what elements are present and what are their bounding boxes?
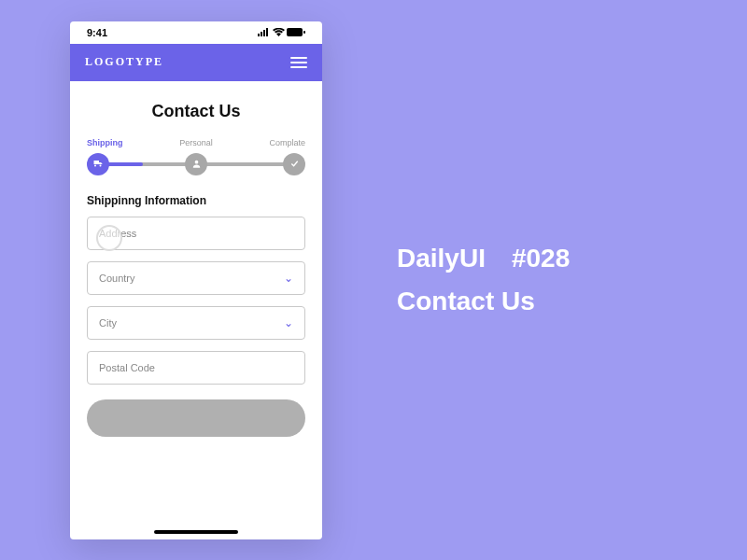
caption-line1: DailyUI #028 <box>397 244 570 273</box>
svg-rect-5 <box>303 31 305 34</box>
svg-point-6 <box>194 161 198 164</box>
status-time: 9:41 <box>87 27 107 38</box>
person-icon <box>191 159 202 169</box>
city-placeholder: City <box>99 317 117 329</box>
menu-icon[interactable] <box>290 57 307 68</box>
step-dot-complete[interactable] <box>283 153 305 175</box>
truck-icon <box>92 159 104 170</box>
progress-stepper: Shipping Personal Complate <box>70 138 322 175</box>
svg-rect-0 <box>258 34 260 36</box>
caption-line2: Contact Us <box>397 287 570 316</box>
status-bar: 9:41 <box>70 21 322 44</box>
check-icon <box>289 159 300 169</box>
signal-icon <box>258 28 271 36</box>
postal-placeholder: Postal Code <box>99 362 155 373</box>
touch-indicator <box>96 225 122 251</box>
step-dot-personal[interactable] <box>185 153 207 175</box>
step-label-personal: Personal <box>179 138 213 147</box>
battery-icon <box>287 28 305 36</box>
logo: LOGOTYPE <box>85 55 163 69</box>
svg-rect-1 <box>261 32 262 36</box>
home-indicator[interactable] <box>154 530 238 534</box>
city-field[interactable]: City ⌄ <box>87 306 305 340</box>
step-label-complete: Complate <box>269 138 305 147</box>
phone-frame: 9:41 LOGOTYPE Contact Us Shipping Person… <box>70 21 322 539</box>
chevron-down-icon: ⌄ <box>284 272 293 285</box>
svg-rect-2 <box>263 30 265 36</box>
country-field[interactable]: Country ⌄ <box>87 261 305 295</box>
wifi-icon <box>273 28 285 36</box>
page-title: Contact Us <box>70 81 322 138</box>
next-button[interactable] <box>87 399 305 437</box>
svg-rect-3 <box>266 28 268 36</box>
app-header: LOGOTYPE <box>70 44 322 81</box>
chevron-down-icon: ⌄ <box>284 316 293 329</box>
status-indicators <box>258 28 305 36</box>
step-dot-shipping[interactable] <box>87 153 109 175</box>
svg-rect-4 <box>287 28 303 36</box>
step-label-shipping: Shipping <box>87 138 123 147</box>
section-title: Shippinng Information <box>70 175 322 217</box>
postal-code-field[interactable]: Postal Code <box>87 351 305 385</box>
country-placeholder: Country <box>99 273 135 284</box>
side-caption: DailyUI #028 Contact Us <box>397 244 570 316</box>
